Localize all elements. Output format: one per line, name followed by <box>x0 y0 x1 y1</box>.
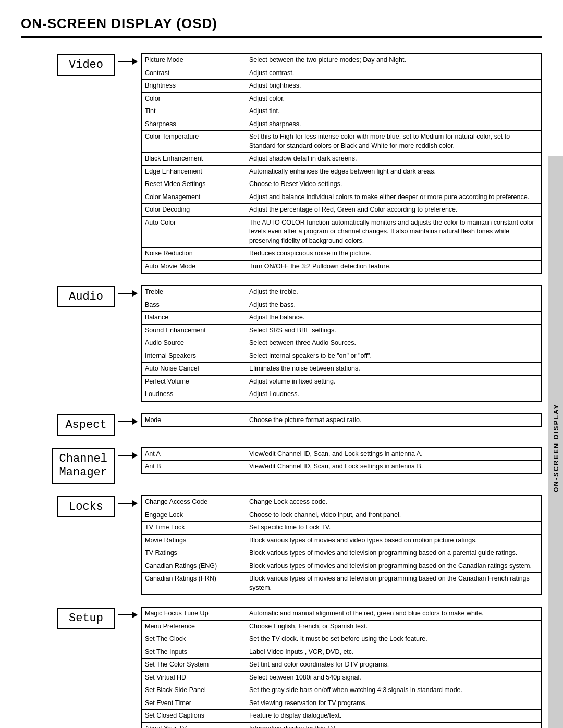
arrow-setup <box>115 607 141 618</box>
arrow-channel-manager <box>115 447 141 459</box>
table-row: Set Event TimerSet viewing reservation f… <box>142 697 542 710</box>
table-cell-desc: Adjust the balance. <box>246 312 542 325</box>
table-row: Set The ClockSet the TV clock. It must b… <box>142 633 542 646</box>
section-label-audio: Audio <box>57 286 115 307</box>
table-cell-desc: Information display for this TV. <box>246 722 542 728</box>
arrow-icon-aspect <box>118 418 138 425</box>
table-cell-item: Auto Noise Cancel <box>142 363 246 376</box>
table-cell-item: TV Time Lock <box>142 522 246 535</box>
table-row: Black EnhancementAdjust shadow detail in… <box>142 153 542 166</box>
arrow-line <box>118 614 132 615</box>
table-cell-desc: Adjust the bass. <box>246 299 542 312</box>
table-row: Canadian Ratings (FRN)Block various type… <box>142 573 542 595</box>
table-cell-desc: Turn ON/OFF the 3:2 Pulldown detection f… <box>246 260 542 273</box>
table-cell-item: Auto Movie Mode <box>142 260 246 273</box>
arrow-icon-channel-manager <box>118 452 138 459</box>
table-row: Color ManagementAdjust and balance indiv… <box>142 191 542 204</box>
table-row: TrebleAdjust the treble. <box>142 286 542 299</box>
table-cell-item: Set Closed Captions <box>142 710 246 723</box>
page-title: ON-SCREEN DISPLAY (OSD) <box>21 16 542 38</box>
section-label-channel-manager: Channel Manager <box>52 448 115 484</box>
table-cell-desc: Change Lock access code. <box>246 496 542 509</box>
table-cell-desc: Select internal speakers to be "on" or "… <box>246 350 542 363</box>
osd-table-video: Picture ModeSelect between the two pictu… <box>141 54 542 273</box>
section-row-aspect: AspectModeChoose the picture format aspe… <box>21 413 542 436</box>
table-cell-desc: Set tint and color coordinates for DTV p… <box>246 659 542 672</box>
arrow-line <box>118 61 132 62</box>
table-cell-desc: Set this to High for less intense color … <box>246 131 542 153</box>
table-cell-item: Magic Focus Tune Up <box>142 608 246 621</box>
table-row: BalanceAdjust the balance. <box>142 312 542 325</box>
arrow-head <box>132 290 138 297</box>
table-cell-item: Canadian Ratings (FRN) <box>142 573 246 595</box>
table-row: Set Closed CaptionsFeature to display di… <box>142 710 542 723</box>
table-cell-item: Set The Clock <box>142 633 246 646</box>
table-cell-item: Set The Color System <box>142 659 246 672</box>
table-cell-desc: Adjust sharpness. <box>246 118 542 131</box>
table-col-channel-manager: Ant AView/edit Channel ID, Scan, and Loc… <box>141 447 542 474</box>
table-row: Color TemperatureSet this to High for le… <box>142 131 542 153</box>
table-row: Color DecodingAdjust the percentage of R… <box>142 204 542 217</box>
section-label-col-locks: Locks <box>21 496 115 517</box>
table-row: Set Virtual HDSelect between 1080i and 5… <box>142 671 542 684</box>
table-cell-item: Black Enhancement <box>142 153 246 166</box>
table-col-setup: Magic Focus Tune UpAutomatic and manual … <box>141 607 542 728</box>
table-cell-item: Color Management <box>142 191 246 204</box>
table-col-video: Picture ModeSelect between the two pictu… <box>141 53 542 274</box>
section-label-col-audio: Audio <box>21 286 115 307</box>
arrow-line <box>118 421 132 422</box>
table-cell-desc: Automatic and manual alignment of the re… <box>246 608 542 621</box>
table-row: TintAdjust tint. <box>142 105 542 118</box>
table-row: Reset Video SettingsChoose to Reset Vide… <box>142 178 542 191</box>
table-row: Change Access CodeChange Lock access cod… <box>142 496 542 509</box>
section-label-col-channel-manager: Channel Manager <box>21 448 115 484</box>
table-cell-item: Auto Color <box>142 216 246 248</box>
section-label-setup: Setup <box>57 608 115 629</box>
table-cell-item: Color Decoding <box>142 204 246 217</box>
section-gap <box>21 407 542 413</box>
table-cell-item: Perfect Volume <box>142 375 246 388</box>
table-cell-item: About Your TV <box>142 722 246 728</box>
osd-table-setup: Magic Focus Tune UpAutomatic and manual … <box>141 607 542 728</box>
table-cell-desc: Eliminates the noise between stations. <box>246 363 542 376</box>
table-cell-item: Reset Video Settings <box>142 178 246 191</box>
table-row: Magic Focus Tune UpAutomatic and manual … <box>142 608 542 621</box>
table-cell-desc: Adjust the percentage of Red, Green and … <box>246 204 542 217</box>
table-cell-desc: View/edit Channel ID, Scan, and Lock set… <box>246 448 542 461</box>
table-row: Set Black Side PanelSet the gray side ba… <box>142 684 542 697</box>
arrow-audio <box>115 285 141 297</box>
table-row: TV Time LockSet specific time to Lock TV… <box>142 522 542 535</box>
arrow-head <box>132 452 138 459</box>
table-cell-item: Internal Speakers <box>142 350 246 363</box>
table-cell-item: Change Access Code <box>142 496 246 509</box>
table-row: Canadian Ratings (ENG)Block various type… <box>142 560 542 573</box>
table-row: BassAdjust the bass. <box>142 299 542 312</box>
table-cell-item: Menu Preference <box>142 620 246 633</box>
table-cell-desc: Set specific time to Lock TV. <box>246 522 542 535</box>
main-content: VideoPicture ModeSelect between the two … <box>21 53 542 728</box>
table-cell-desc: Label Video Inputs , VCR, DVD, etc. <box>246 646 542 659</box>
table-col-locks: Change Access CodeChange Lock access cod… <box>141 495 542 595</box>
table-cell-desc: Automatically enhances the edges between… <box>246 165 542 178</box>
table-cell-item: Mode <box>142 414 246 427</box>
table-cell-desc: Adjust shadow detail in dark screens. <box>246 153 542 166</box>
table-cell-item: Brightness <box>142 80 246 93</box>
table-cell-item: Set Virtual HD <box>142 671 246 684</box>
table-row: TV RatingsBlock various types of movies … <box>142 547 542 560</box>
table-cell-desc: Adjust Loudness. <box>246 388 542 401</box>
table-cell-item: Ant A <box>142 448 246 461</box>
arrow-line <box>118 293 132 294</box>
table-row: ModeChoose the picture format aspect rat… <box>142 414 542 427</box>
table-cell-item: Set The Inputs <box>142 646 246 659</box>
osd-table-locks: Change Access CodeChange Lock access cod… <box>141 496 542 595</box>
table-row: LoudnessAdjust Loudness. <box>142 388 542 401</box>
table-cell-desc: Select between 1080i and 540p signal. <box>246 671 542 684</box>
arrow-icon-locks <box>118 500 138 507</box>
table-col-aspect: ModeChoose the picture format aspect rat… <box>141 413 542 428</box>
table-row: Ant AView/edit Channel ID, Scan, and Loc… <box>142 448 542 461</box>
section-row-channel-manager: Channel ManagerAnt AView/edit Channel ID… <box>21 447 542 484</box>
table-cell-item: Contrast <box>142 67 246 80</box>
section-row-locks: LocksChange Access CodeChange Lock acces… <box>21 495 542 595</box>
table-row: Perfect VolumeAdjust volume in fixed set… <box>142 375 542 388</box>
arrow-icon-setup <box>118 612 138 618</box>
